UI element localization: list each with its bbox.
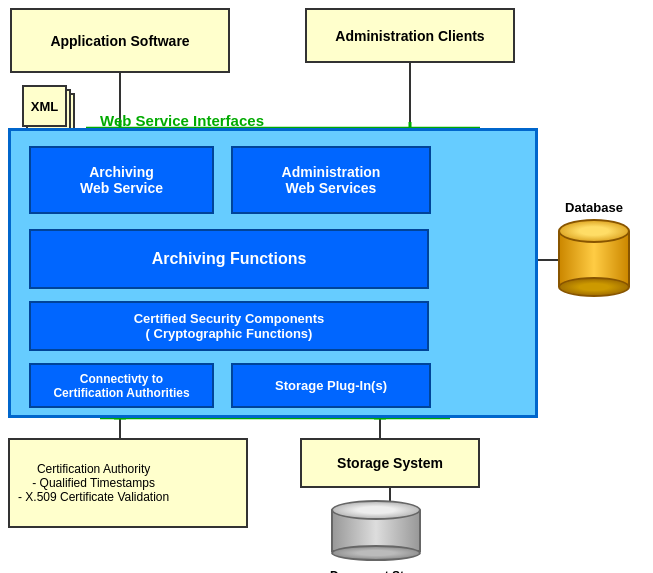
database-container: Database [558,200,630,289]
cert-auth-label: Certification Authority- Qualified Times… [18,462,169,504]
archiving-ws-label: ArchivingWeb Service [80,164,163,196]
scyl-top [331,500,421,520]
architecture-diagram: Application Software Administration Clie… [0,0,653,573]
doc-store-cylinder [331,500,421,555]
storage-plugin-label: Storage Plug-In(s) [275,378,387,393]
cyl-top [558,219,630,243]
doc-store-container: Document Store [330,500,423,573]
cert-auth-box: Certification Authority- Qualified Times… [8,438,248,528]
storage-system-label: Storage System [337,455,443,471]
cyl-bottom [558,277,630,297]
database-label: Database [565,200,623,215]
admin-ws-label: AdministrationWeb Services [282,164,381,196]
security-box: Certified Security Components( Cryptogra… [29,301,429,351]
xml-paper-front: XML [22,85,67,127]
connectivity-box: Connectivty toCertification Authorities [29,363,214,408]
connectivity-label: Connectivty toCertification Authorities [53,372,189,400]
admin-clients-label: Administration Clients [335,28,484,44]
app-software-label: Application Software [50,33,189,49]
security-label: Certified Security Components( Cryptogra… [134,311,325,341]
archiving-funcs-box: Archiving Functions [29,229,429,289]
storage-plugin-box: Storage Plug-In(s) [231,363,431,408]
storage-system-box: Storage System [300,438,480,488]
main-container: ArchivingWeb Service AdministrationWeb S… [8,128,538,418]
app-software-box: Application Software [10,8,230,73]
database-cylinder [558,219,630,289]
ws-interfaces-label: Web Service Interfaces [100,112,264,129]
doc-store-label: Document Store [330,569,423,573]
archiving-funcs-label: Archiving Functions [152,250,307,268]
scyl-bottom [331,545,421,561]
admin-ws-box: AdministrationWeb Services [231,146,431,214]
archiving-ws-box: ArchivingWeb Service [29,146,214,214]
xml-label: XML [31,99,58,114]
admin-clients-box: Administration Clients [305,8,515,63]
